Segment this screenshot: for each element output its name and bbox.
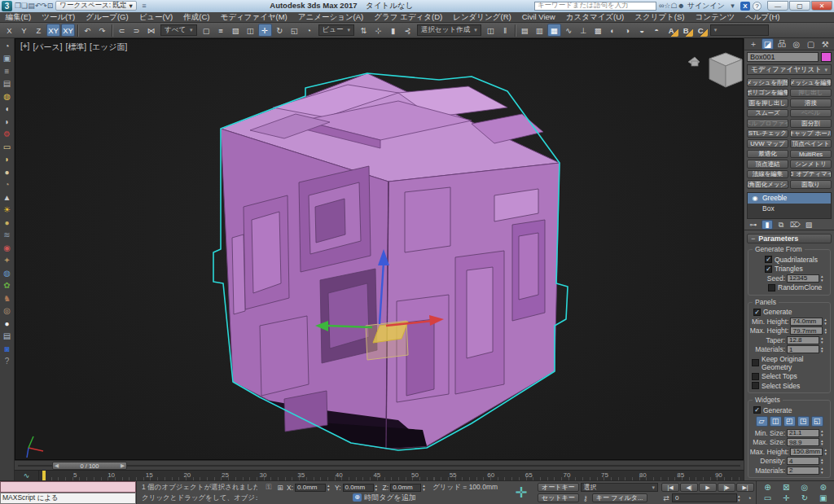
modifier-button[interactable]: 面分割 [790,119,832,128]
toolbar-icon[interactable]: ⊃ [129,24,143,37]
close-button[interactable]: ✕ [811,1,832,11]
left-toolbar-icon[interactable]: ✦ [1,254,14,267]
maxscript-mini-listener[interactable]: MAXScript による [0,481,137,504]
toolbar-icon[interactable]: ∿ [562,24,576,37]
toolbar-icon[interactable]: ⋈ [144,24,158,37]
selected-dropdown[interactable]: 選択 [581,483,658,492]
maxscript-pink-line[interactable] [0,481,136,493]
toolbar-icon[interactable]: XY [46,24,60,37]
toolbar-icon[interactable]: A [665,24,678,37]
stack-item-box[interactable]: Box [748,204,831,214]
toolbar-overflow-icon[interactable]: ≡ [139,2,149,11]
modifier-button[interactable]: UVW マップ [747,139,788,148]
viewport-nav-icon[interactable]: ◎ [798,483,811,493]
spinner-arrows[interactable]: ▴▾ [821,439,827,446]
menu-item[interactable]: スクリプト(S) [630,11,690,22]
menu-item[interactable]: 編集(E) [0,11,37,22]
viewport-canvas[interactable] [15,39,744,460]
left-toolbar-icon[interactable]: ▤ [1,77,14,90]
modifier-button[interactable]: MultiRes [790,150,832,159]
visibility-eye-icon[interactable]: ◉ [750,195,760,202]
prev-frame-arrow-icon[interactable]: ◀ [55,462,59,469]
left-toolbar-icon[interactable]: ◔ [1,178,14,191]
modifier-list-dropdown[interactable]: モディファイヤリスト [747,64,832,75]
left-toolbar-icon[interactable]: ? [1,355,14,368]
spinner-field[interactable]: 12.8 [787,336,819,344]
left-toolbar-icon[interactable]: ◔ [1,39,14,52]
minimize-button[interactable]: — [767,1,788,11]
viewport-pov-label[interactable]: [パース] [33,42,62,53]
spinner-arrows[interactable]: ▴▾ [375,484,381,491]
command-panel-tab[interactable]: ◪ [762,38,774,50]
panels-generate-checkbox[interactable] [753,309,761,316]
select-tops-checkbox[interactable] [752,373,759,380]
time-slider-handle[interactable]: ◀ 0 / 100 ▶ [52,462,127,470]
command-panel-tab[interactable]: ▢ [805,38,817,50]
spinner-field[interactable]: 2 [787,467,819,475]
toolbar-icon[interactable]: ▤ [518,24,532,37]
left-toolbar-icon[interactable]: ● [1,317,14,330]
left-toolbar-icon[interactable]: ☀ [1,204,14,217]
playback-button[interactable]: ▶ [699,483,717,492]
object-color-swatch[interactable] [821,52,832,62]
modifier-button[interactable]: 頂点ペイント [790,139,832,148]
modifier-button[interactable]: 面を押し出し [747,99,788,107]
maximize-button[interactable]: ▢ [789,1,810,11]
spinner-field[interactable]: 21.1 [787,429,819,437]
track-bar[interactable]: ∿ 51015202530354045505560657075808590 [15,470,744,480]
triangles-check-row[interactable]: Triangles [765,265,828,273]
modifier-stack[interactable]: ◉ Greeble Box [747,192,832,220]
menu-item[interactable]: アニメーション(A) [292,11,369,22]
left-toolbar-icon[interactable]: ▭ [1,140,14,153]
qat-icon[interactable]: ▤ [28,2,35,10]
command-panel-tab[interactable]: 品 [776,38,788,50]
time-config-icon[interactable]: ◔ [744,494,754,502]
reference-coordinate-dropdown[interactable]: ビュー [318,24,354,36]
set-key-button[interactable]: セットキー [538,493,579,502]
left-toolbar-icon[interactable]: ▲ [1,191,14,204]
toolbar-icon[interactable] [515,24,516,37]
toolbar-icon[interactable]: Y [17,24,31,37]
left-toolbar-icon[interactable]: ≋ [1,229,14,242]
signin-chevron-icon[interactable]: ▾ [727,2,738,10]
viewport-shading-label[interactable]: [標準] [65,42,86,53]
auto-key-button[interactable]: オートキー [538,483,579,492]
toolbar-icon[interactable]: ▩ [591,24,605,37]
modifier-button[interactable]: メッシュを編集 [790,78,832,87]
widgets-generate-checkbox[interactable] [753,406,761,414]
modifier-button[interactable]: ベベル [790,109,832,118]
widget-type-button[interactable]: ◳ [797,416,810,427]
playback-button[interactable]: |▶ [718,483,735,492]
stack-tool-icon[interactable]: ▮ [762,220,773,230]
menu-item[interactable]: ヘルプ(H) [740,11,785,22]
toolbar-icon[interactable]: ⊂ [115,24,129,37]
spinner-field[interactable]: 74.0mm [790,318,823,326]
spinner-arrows[interactable]: ▴▾ [821,429,827,436]
qat-icon[interactable]: ❐ [15,2,21,10]
modifier-button[interactable]: 面取り [790,180,832,189]
widget-type-button[interactable]: ◱ [811,416,823,427]
workspace-dropdown[interactable]: ワークスペース: 既定▾ [55,1,137,11]
toolbar-icon[interactable]: ▮ [386,24,400,37]
modifier-button[interactable]: 四角面化メッシュ [747,180,788,189]
menu-item[interactable]: カスタマイズ(U) [560,11,630,22]
toolbar-icon[interactable] [77,24,78,37]
sign-in-button[interactable]: サインイン [687,1,725,11]
playback-button[interactable]: ▶| [736,483,754,492]
x-coordinate-field[interactable]: 0.0mm [295,484,326,492]
search-input[interactable]: キーワードまたは語句を入力 [534,2,656,11]
perspective-viewport[interactable]: [+] [パース] [標準] [エッジ面] [15,38,744,460]
menu-item[interactable]: グループ(G) [81,11,134,22]
menu-item[interactable]: コンテンツ [690,11,740,22]
named-selection-dropdown[interactable]: 選択セット作成 [417,24,481,36]
selection-lock-icon[interactable]: ⚿ [264,483,274,492]
spinner-arrows[interactable]: ▴▾ [821,274,827,282]
time-slider[interactable]: ◀ 0 / 100 ▶ [15,460,744,470]
menu-item[interactable]: モディファイヤ(M) [215,11,292,22]
greeble-cube[interactable] [213,73,568,450]
keep-original-checkbox[interactable] [752,359,759,366]
spinner-field[interactable]: 150.8mm [790,448,823,456]
stack-tool-icon[interactable]: ⊶ [748,220,759,230]
stack-tool-icon[interactable]: ▨ [803,220,814,230]
titlebar-icon[interactable]: ☻ [677,2,684,10]
